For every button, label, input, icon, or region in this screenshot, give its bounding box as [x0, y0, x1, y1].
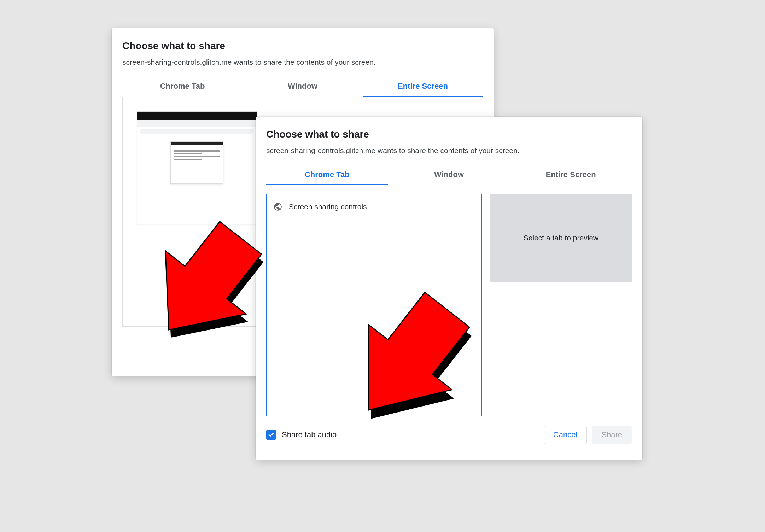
preview-placeholder: Select a tab to preview	[490, 194, 632, 282]
tab-window[interactable]: Window	[388, 165, 510, 185]
tab-entire-screen[interactable]: Entire Screen	[510, 165, 632, 185]
share-button: Share	[592, 426, 632, 444]
cancel-button[interactable]: Cancel	[544, 426, 587, 444]
share-dialog-chrome-tab: Choose what to share screen-sharing-cont…	[256, 117, 642, 460]
tabs: Chrome Tab Window Entire Screen	[266, 165, 632, 185]
screen-thumbnail[interactable]	[137, 111, 257, 224]
dialog-title: Choose what to share	[266, 129, 632, 140]
tabs: Chrome Tab Window Entire Screen	[122, 76, 483, 97]
tab-chrome-tab[interactable]: Chrome Tab	[122, 77, 243, 97]
dialog-subtitle: screen-sharing-controls.glitch.me wants …	[122, 58, 483, 66]
share-audio-checkbox[interactable]	[266, 430, 276, 440]
tab-list-item-label: Screen sharing controls	[289, 203, 367, 211]
share-audio-label: Share tab audio	[282, 430, 337, 439]
dialog-subtitle: screen-sharing-controls.glitch.me wants …	[266, 146, 632, 155]
tab-list-item[interactable]: Screen sharing controls	[273, 201, 475, 213]
globe-icon	[273, 202, 282, 211]
share-audio-row[interactable]: Share tab audio	[266, 430, 337, 440]
tab-list[interactable]: Screen sharing controls	[266, 194, 482, 416]
tab-window[interactable]: Window	[243, 77, 363, 97]
tab-entire-screen[interactable]: Entire Screen	[363, 77, 483, 97]
dialog-title: Choose what to share	[122, 40, 483, 52]
tab-chrome-tab[interactable]: Chrome Tab	[266, 165, 388, 185]
